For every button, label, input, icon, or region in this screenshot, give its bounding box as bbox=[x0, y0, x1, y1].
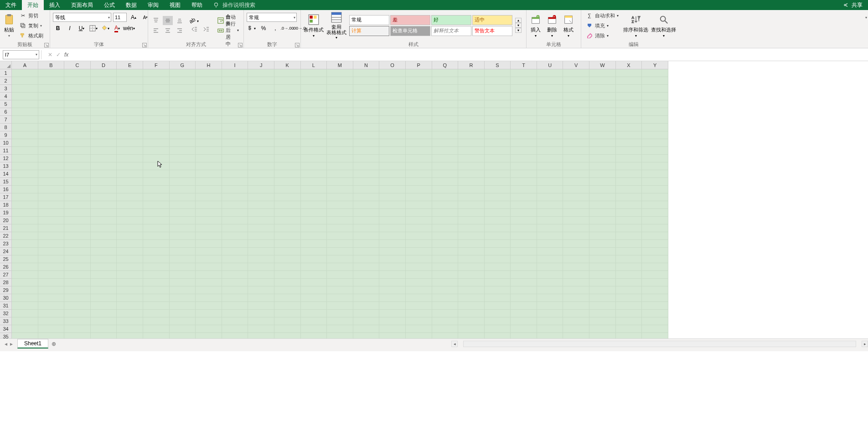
cell[interactable] bbox=[170, 155, 196, 162]
row-header[interactable]: 24 bbox=[0, 248, 12, 255]
cell[interactable] bbox=[248, 108, 274, 116]
cell[interactable] bbox=[196, 193, 222, 201]
cell[interactable] bbox=[64, 131, 91, 139]
cell[interactable] bbox=[379, 302, 406, 310]
cell[interactable] bbox=[327, 170, 353, 178]
find-select-button[interactable]: 查找和选择 ▾ bbox=[651, 13, 676, 38]
cell[interactable] bbox=[222, 155, 248, 162]
tab-review[interactable]: 审阅 bbox=[142, 0, 164, 10]
cell[interactable] bbox=[589, 217, 616, 224]
cell[interactable] bbox=[274, 333, 301, 338]
cell[interactable] bbox=[379, 193, 406, 201]
cell[interactable] bbox=[589, 162, 616, 170]
cell[interactable] bbox=[511, 310, 537, 317]
cell[interactable] bbox=[406, 186, 432, 193]
cell[interactable] bbox=[458, 116, 485, 124]
cell[interactable] bbox=[537, 240, 563, 248]
cell[interactable] bbox=[458, 162, 485, 170]
cell[interactable] bbox=[274, 69, 301, 77]
cell[interactable] bbox=[406, 255, 432, 263]
row-header[interactable]: 3 bbox=[0, 85, 12, 93]
add-sheet-button[interactable]: ⊕ bbox=[48, 339, 59, 348]
cell[interactable] bbox=[327, 124, 353, 131]
cell[interactable] bbox=[511, 193, 537, 201]
cell[interactable] bbox=[170, 186, 196, 193]
cell[interactable] bbox=[327, 139, 353, 147]
cell[interactable] bbox=[511, 325, 537, 333]
cell[interactable] bbox=[616, 209, 642, 217]
cell[interactable] bbox=[196, 325, 222, 333]
column-header[interactable]: B bbox=[38, 61, 65, 69]
cell[interactable] bbox=[511, 93, 537, 100]
cell[interactable] bbox=[274, 116, 301, 124]
cell[interactable] bbox=[485, 116, 511, 124]
cell[interactable] bbox=[196, 124, 222, 131]
cell[interactable] bbox=[196, 100, 222, 108]
cell[interactable] bbox=[143, 147, 170, 155]
cell[interactable] bbox=[563, 69, 589, 77]
cell[interactable] bbox=[248, 271, 274, 279]
comma-button[interactable]: , bbox=[270, 24, 280, 33]
cell[interactable] bbox=[222, 325, 248, 333]
cell[interactable] bbox=[642, 116, 668, 124]
cell[interactable] bbox=[537, 193, 563, 201]
row-header[interactable]: 8 bbox=[0, 124, 12, 131]
row-header[interactable]: 34 bbox=[0, 325, 12, 333]
cell[interactable] bbox=[64, 108, 91, 116]
cell[interactable] bbox=[170, 294, 196, 302]
cell[interactable] bbox=[248, 255, 274, 263]
row-header[interactable]: 13 bbox=[0, 162, 12, 170]
row-header[interactable]: 30 bbox=[0, 294, 12, 302]
cell[interactable] bbox=[327, 100, 353, 108]
cell[interactable] bbox=[12, 271, 38, 279]
cell[interactable] bbox=[248, 116, 274, 124]
cell[interactable] bbox=[143, 255, 170, 263]
cell[interactable] bbox=[589, 131, 616, 139]
cell[interactable] bbox=[91, 201, 117, 209]
cell[interactable] bbox=[143, 217, 170, 224]
cell[interactable] bbox=[38, 294, 65, 302]
cell[interactable] bbox=[143, 131, 170, 139]
cell[interactable] bbox=[353, 224, 380, 232]
cell[interactable] bbox=[485, 186, 511, 193]
cell[interactable] bbox=[458, 279, 485, 286]
cell[interactable] bbox=[12, 69, 38, 77]
cell[interactable] bbox=[589, 317, 616, 325]
cell[interactable] bbox=[511, 209, 537, 217]
cell[interactable] bbox=[91, 209, 117, 217]
cell[interactable] bbox=[117, 131, 143, 139]
cell[interactable] bbox=[222, 279, 248, 286]
cell[interactable] bbox=[563, 178, 589, 186]
cell[interactable] bbox=[589, 108, 616, 116]
column-header[interactable]: F bbox=[143, 61, 170, 69]
cell[interactable] bbox=[537, 155, 563, 162]
tab-help[interactable]: 帮助 bbox=[186, 0, 208, 10]
cell[interactable] bbox=[248, 224, 274, 232]
cell[interactable] bbox=[196, 69, 222, 77]
cell[interactable] bbox=[222, 317, 248, 325]
cell[interactable] bbox=[458, 325, 485, 333]
cell[interactable] bbox=[616, 271, 642, 279]
cell[interactable] bbox=[353, 131, 380, 139]
cell[interactable] bbox=[616, 93, 642, 100]
cell[interactable] bbox=[222, 232, 248, 240]
cell[interactable] bbox=[537, 217, 563, 224]
cell[interactable] bbox=[458, 108, 485, 116]
cell[interactable] bbox=[432, 232, 459, 240]
cell[interactable] bbox=[117, 155, 143, 162]
cell[interactable] bbox=[616, 116, 642, 124]
cell[interactable] bbox=[537, 294, 563, 302]
cell[interactable] bbox=[432, 124, 459, 131]
cell[interactable] bbox=[64, 240, 91, 248]
cell[interactable] bbox=[327, 279, 353, 286]
cell[interactable] bbox=[642, 232, 668, 240]
cell[interactable] bbox=[432, 325, 459, 333]
cell[interactable] bbox=[406, 69, 432, 77]
cell[interactable] bbox=[589, 139, 616, 147]
column-header[interactable]: V bbox=[563, 61, 589, 69]
cell[interactable] bbox=[589, 209, 616, 217]
cell[interactable] bbox=[589, 178, 616, 186]
cell[interactable] bbox=[91, 131, 117, 139]
cell[interactable] bbox=[91, 294, 117, 302]
cell[interactable] bbox=[12, 294, 38, 302]
